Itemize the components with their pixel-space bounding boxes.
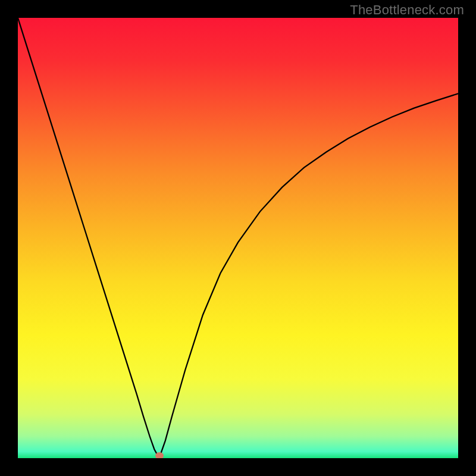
plot-area [18, 18, 458, 458]
optimal-point-marker [155, 452, 164, 458]
watermark-text: TheBottleneck.com [350, 2, 464, 18]
chart-frame: TheBottleneck.com [0, 0, 476, 476]
gradient-background [18, 18, 458, 458]
plot-svg [18, 18, 458, 458]
